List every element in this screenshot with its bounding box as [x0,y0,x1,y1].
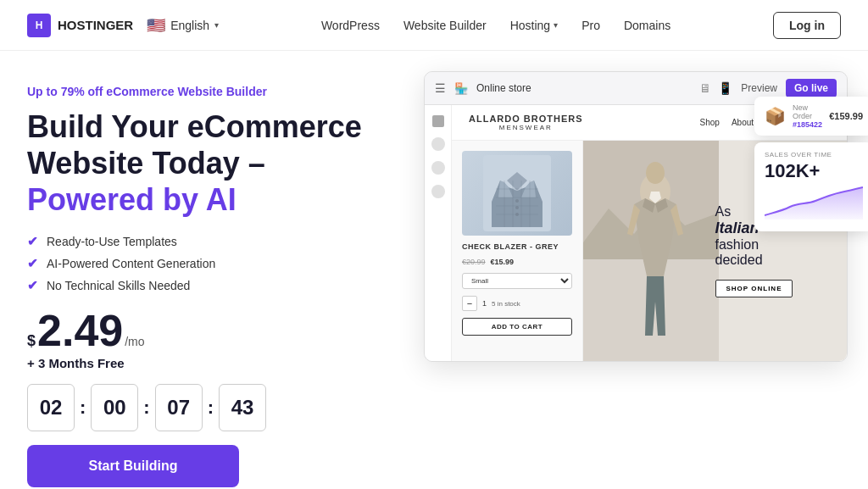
golive-button[interactable]: Go live [786,79,837,97]
nav-wordpress[interactable]: WordPress [321,19,380,32]
store-icon: 🏪 [454,82,468,95]
site-nav-about: About [732,118,754,127]
order-label: New Order [793,103,822,120]
jacket-svg [483,155,551,231]
qty-value: 1 [482,299,487,308]
login-button[interactable]: Log in [773,12,841,39]
lang-label: English [170,19,209,32]
order-card: 📦 New Order #185422 €159.99 [754,97,868,136]
chevron-down-icon: ▾ [554,20,558,30]
svg-point-15 [646,162,665,184]
price-old: €20.99 [462,258,486,266]
sales-card: SALES OVER TIME 102K+ [754,142,868,231]
logo-icon: H [27,14,51,37]
pricing: $ 2.49 /mo + 3 Months Free [27,308,383,370]
product-panel: CHECK BLAZER - GREY €20.99 €15.99 Small … [452,141,583,361]
order-info: New Order #185422 [793,103,822,129]
countdown-sep: : [80,397,86,419]
chevron-down-icon: ▾ [214,20,219,30]
nav-website-builder[interactable]: Website Builder [403,19,487,32]
features-list: ✔ Ready-to-Use Templates ✔ AI-Powered Co… [27,234,383,293]
product-image [462,151,572,236]
sales-value: 102K+ [765,160,863,182]
qty-row: − 1 5 in stock [462,296,572,311]
hero-left: Up to 79% off eCommerce Website Builder … [27,78,383,489]
product-name: CHECK BLAZER - GREY [462,242,572,251]
add-to-cart-button[interactable]: ADD TO CART [462,318,572,336]
countdown-sep: : [208,397,214,419]
nav-domains[interactable]: Domains [624,19,670,32]
countdown-ms: 43 [219,384,266,431]
main-nav: WordPress Website Builder Hosting ▾ Pro … [321,19,670,32]
countdown-hours: 02 [27,384,75,431]
logo[interactable]: H HOSTINGER [27,14,133,37]
preview-label: Preview [741,82,777,94]
sales-label: SALES OVER TIME [765,151,863,158]
svg-point-2 [515,206,519,209]
feature-item: ✔ AI-Powered Content Generation [27,256,383,271]
header-left: H HOSTINGER 🇺🇸 English ▾ [27,14,219,37]
qty-minus-button[interactable]: − [462,296,477,311]
countdown-seconds: 07 [155,384,203,431]
nav-hosting[interactable]: Hosting ▾ [510,19,558,32]
hero-decided: decided [715,253,836,268]
sidebar-icon [431,161,445,175]
feature-item: ✔ Ready-to-Use Templates [27,234,383,249]
countdown-minutes: 00 [91,384,138,431]
currency-symbol: $ [27,332,36,350]
size-select[interactable]: Small Medium Large [462,273,572,289]
countdown-timer: 02 : 00 : 07 : 43 [27,384,383,431]
package-icon: 📦 [765,106,786,126]
sidebar-icon [431,137,445,151]
nav-pro[interactable]: Pro [581,19,600,32]
price-period: /mo [125,335,144,348]
check-icon: ✔ [27,234,38,249]
sidebar-icon [432,115,444,127]
check-icon: ✔ [27,278,38,293]
hero-title: Build Your eCommerce Website Today – Pow… [27,108,383,219]
product-prices: €20.99 €15.99 [462,258,572,266]
floating-cards: 📦 New Order #185422 €159.99 SALES OVER T… [754,97,868,231]
sidebar-icon [431,185,445,198]
hero-man-svg [583,141,719,361]
site-nav-shop: Shop [700,118,720,127]
menu-icon: ☰ [435,81,446,95]
stock-text: 5 in stock [492,300,520,308]
editor-sidebar [425,105,452,361]
mobile-icon: 📱 [718,81,732,95]
desktop-icon: 🖥 [699,81,711,95]
free-months: + 3 Months Free [27,356,383,370]
price-amount: 2.49 [37,308,123,353]
start-building-button[interactable]: Start Building [27,445,239,487]
promo-badge: Up to 79% off eCommerce Website Builder [27,85,383,98]
preview-panel: ☰ 🏪 Online store 🖥 📱 Preview Go live [424,71,848,362]
hero-fashion: fashion [715,237,836,253]
store-label: Online store [476,82,531,94]
price-new: €15.99 [491,258,515,266]
site-brand: ALLARDO BROTHERS MENSWEAR [469,114,583,131]
flag-icon: 🇺🇸 [147,16,165,35]
order-id: #185422 [793,120,822,129]
svg-point-1 [515,199,519,203]
feature-item: ✔ No Technical Skills Needed [27,278,383,293]
countdown-sep: : [143,397,149,419]
logo-text: HOSTINGER [58,18,133,32]
device-icons: 🖥 📱 [699,81,732,95]
shop-online-button[interactable]: SHOP ONLINE [715,280,793,297]
language-selector[interactable]: 🇺🇸 English ▾ [147,16,219,35]
promo-percent: 79% off [61,85,103,98]
check-icon: ✔ [27,256,38,271]
order-price: €159.99 [829,111,863,121]
sales-chart-svg [765,186,863,219]
